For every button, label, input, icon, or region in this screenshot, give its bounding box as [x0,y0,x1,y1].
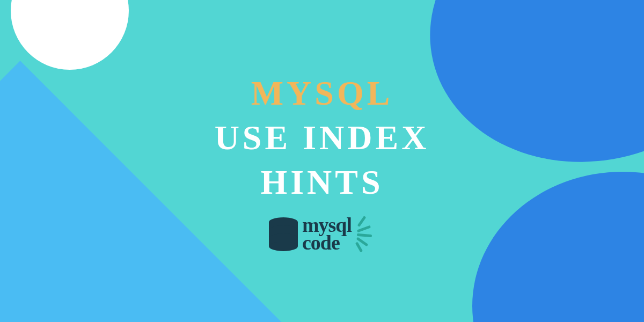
logo-text: mysql code [302,216,352,251]
database-icon [269,217,298,251]
logo-word-2: code [302,234,352,251]
burst-icon [354,218,375,250]
title-line-3: HINTS [260,160,383,204]
title-accent: MYSQL [251,71,393,115]
mysqlcode-logo: mysql code [269,216,375,251]
hero-content: MYSQL USE INDEX HINTS mysql code [0,0,644,322]
title-line-2: USE INDEX [215,115,430,160]
